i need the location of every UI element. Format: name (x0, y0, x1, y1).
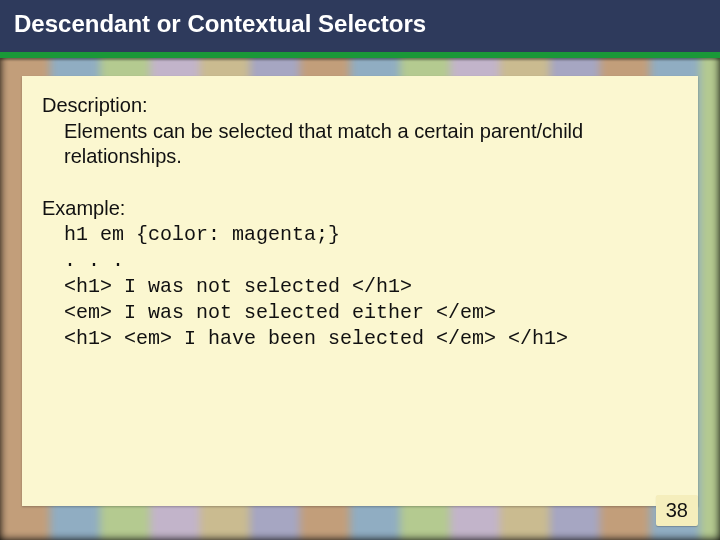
title-bar: Descendant or Contextual Selectors (0, 0, 720, 58)
description-label: Description: (42, 94, 678, 117)
code-line: . . . (64, 249, 124, 272)
description-text: Elements can be selected that match a ce… (42, 119, 678, 169)
example-section: Example: h1 em {color: magenta;} . . . <… (42, 197, 678, 352)
code-line: <h1> I was not selected </h1> (64, 275, 412, 298)
content-panel: Description: Elements can be selected th… (22, 76, 698, 506)
example-code: h1 em {color: magenta;} . . . <h1> I was… (42, 222, 678, 352)
description-section: Description: Elements can be selected th… (42, 94, 678, 169)
code-line: <em> I was not selected either </em> (64, 301, 496, 324)
example-label: Example: (42, 197, 678, 220)
code-line: <h1> <em> I have been selected </em> </h… (64, 327, 568, 350)
code-line: h1 em {color: magenta;} (64, 223, 340, 246)
page-number: 38 (656, 495, 698, 526)
slide-title: Descendant or Contextual Selectors (14, 10, 706, 38)
